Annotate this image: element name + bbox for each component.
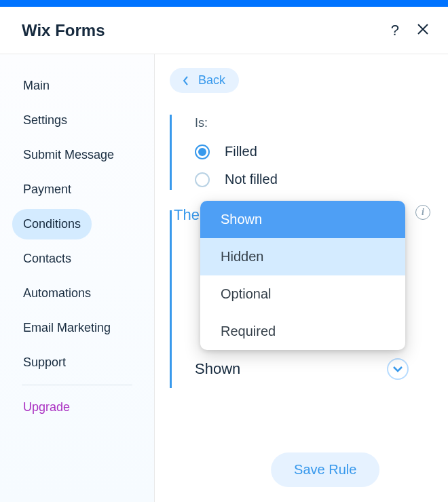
help-icon[interactable]: ?	[391, 22, 399, 39]
sidebar-item-label: Settings	[23, 113, 67, 127]
save-rule-button[interactable]: Save Rule	[271, 452, 379, 487]
sidebar: Main Settings Submit Message Payment Con…	[0, 54, 155, 502]
panel-title: Wix Forms	[22, 21, 105, 40]
close-icon[interactable]	[417, 22, 429, 39]
then-select[interactable]: Shown	[195, 358, 409, 380]
sidebar-item-automations[interactable]: Automations	[12, 278, 142, 309]
then-block: Then i Shown Shown Hidden Optional Requi…	[170, 210, 432, 388]
dropdown-item-label: Optional	[221, 286, 272, 301]
radio-indicator	[195, 172, 210, 187]
dropdown-item-hidden[interactable]: Hidden	[200, 238, 405, 275]
upgrade-label: Upgrade	[23, 400, 70, 414]
sidebar-item-label: Contacts	[23, 252, 71, 265]
sidebar-item-label: Payment	[23, 182, 71, 196]
then-dropdown: Shown Hidden Optional Required	[200, 201, 405, 350]
chevron-left-icon	[183, 76, 189, 85]
sidebar-item-settings[interactable]: Settings	[12, 105, 142, 136]
sidebar-item-label: Submit Message	[23, 148, 114, 161]
dropdown-item-required[interactable]: Required	[200, 313, 405, 350]
dropdown-item-optional[interactable]: Optional	[200, 275, 405, 313]
dropdown-item-shown[interactable]: Shown	[200, 201, 405, 238]
radio-label: Filled	[225, 144, 257, 159]
panel-header: Wix Forms ?	[0, 7, 448, 54]
chevron-down-icon	[387, 358, 409, 380]
sidebar-item-main[interactable]: Main	[12, 71, 142, 101]
save-label: Save Rule	[294, 462, 356, 477]
sidebar-item-label: Main	[23, 79, 50, 92]
top-accent-bar	[0, 0, 448, 7]
header-actions: ?	[391, 22, 429, 39]
sidebar-item-label: Automations	[23, 286, 91, 300]
back-label: Back	[198, 73, 225, 88]
sidebar-item-email-marketing[interactable]: Email Marketing	[12, 313, 142, 343]
back-button[interactable]: Back	[170, 68, 239, 93]
dropdown-item-label: Shown	[221, 212, 262, 227]
is-label: Is:	[195, 116, 432, 130]
sidebar-item-label: Conditions	[23, 217, 81, 231]
main-panel: Back Is: Filled Not filled Then i Shown	[155, 54, 448, 502]
sidebar-item-submit-message[interactable]: Submit Message	[12, 140, 142, 170]
sidebar-item-conditions[interactable]: Conditions	[12, 209, 92, 239]
radio-filled[interactable]: Filled	[195, 144, 432, 159]
sidebar-item-upgrade[interactable]: Upgrade	[12, 395, 142, 420]
radio-not-filled[interactable]: Not filled	[195, 172, 432, 187]
sidebar-item-payment[interactable]: Payment	[12, 174, 142, 205]
sidebar-item-label: Email Marketing	[23, 321, 111, 334]
select-value: Shown	[195, 360, 240, 378]
radio-label: Not filled	[225, 172, 278, 187]
sidebar-item-label: Support	[23, 355, 66, 369]
sidebar-item-support[interactable]: Support	[12, 347, 142, 378]
sidebar-item-contacts[interactable]: Contacts	[12, 244, 142, 274]
is-block: Is: Filled Not filled	[170, 115, 432, 190]
dropdown-item-label: Hidden	[221, 249, 263, 264]
info-icon[interactable]: i	[415, 205, 430, 220]
radio-indicator	[195, 144, 210, 159]
sidebar-divider	[22, 385, 132, 385]
dropdown-item-label: Required	[221, 324, 276, 339]
